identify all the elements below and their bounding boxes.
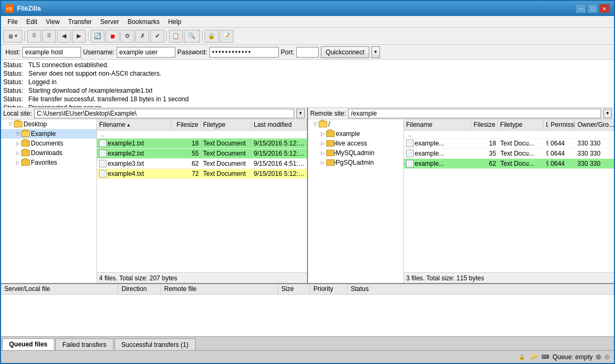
remote-site-label: Remote site:: [310, 110, 346, 117]
toolbar-btn-refresh[interactable]: 🔄: [91, 30, 104, 43]
remote-path-dropdown[interactable]: ▼: [603, 109, 612, 118]
tree-item-downloads[interactable]: ▷ Downloads: [1, 148, 96, 158]
remote-col-filetype[interactable]: Filetype: [498, 119, 544, 130]
expand-remote-example[interactable]: ▷: [319, 130, 326, 137]
expand-desktop[interactable]: ▽: [6, 120, 14, 128]
remote-filelist: Filename Filesize Filetype Last modified…: [404, 119, 614, 283]
remote-col-perms[interactable]: Permissions: [548, 119, 575, 130]
transfer-col-server[interactable]: Server/Local file: [1, 284, 118, 294]
tree-item-mysqladmin[interactable]: ▷ MySQLadmin: [308, 148, 403, 158]
expand-documents[interactable]: ▷: [14, 140, 21, 147]
tab-successful-transfers[interactable]: Successful transfers (1): [115, 338, 196, 350]
toolbar-btn-stop[interactable]: ⏹: [106, 30, 119, 43]
local-col-filetype[interactable]: Filetype: [201, 119, 252, 130]
transfer-col-direction[interactable]: Direction: [118, 284, 161, 294]
toolbar-btn-x3[interactable]: ✔: [150, 30, 164, 43]
local-path-dropdown[interactable]: ▼: [296, 109, 305, 118]
tree-label-live-access: live access: [336, 139, 367, 148]
toolbar-btn-x1[interactable]: ⚙: [120, 30, 134, 43]
file-icon-1: 📄: [99, 140, 107, 147]
local-file-2[interactable]: 📄 example2.txt 55 Text Document 9/15/201…: [97, 149, 307, 159]
local-col-filename[interactable]: Filename▲: [97, 119, 172, 130]
maximize-button[interactable]: □: [587, 4, 598, 13]
username-input[interactable]: [117, 47, 175, 58]
transfer-body: [1, 295, 614, 336]
expand-pgsqladmin[interactable]: ▷: [319, 159, 326, 166]
toolbar-btn-f1[interactable]: 🔍: [184, 30, 200, 43]
tree-item-root[interactable]: ▽ /: [308, 119, 403, 129]
transfer-col-remote[interactable]: Remote file: [161, 284, 278, 294]
local-col-lastmod[interactable]: Last modified: [252, 119, 307, 130]
window-controls: ─ □ ✕: [576, 4, 610, 13]
local-col-filesize[interactable]: Filesize: [172, 119, 201, 130]
sep1: [25, 31, 25, 42]
toolbar-dropdown-btn[interactable]: 🖥 ▼: [3, 30, 22, 43]
port-input[interactable]: [296, 47, 319, 58]
remote-file-3[interactable]: 📄 example... 62 Text Docu... 9/15/2016 5…: [404, 159, 614, 169]
expand-example[interactable]: ▽: [14, 130, 21, 137]
local-file-4[interactable]: 📄 example4.txt 72 Text Document 9/15/201…: [97, 169, 307, 179]
transfer-col-status[interactable]: Status: [347, 284, 614, 294]
toolbar-btn-grid1[interactable]: ⠿: [27, 30, 41, 43]
menu-help[interactable]: Help: [164, 17, 185, 27]
menu-file[interactable]: File: [3, 17, 22, 27]
expand-downloads[interactable]: ▷: [14, 149, 21, 157]
password-input[interactable]: [209, 47, 279, 58]
tree-item-pgsqladmin[interactable]: ▷ PgSQLadmin: [308, 158, 403, 167]
tree-label-favorites: Favorites: [31, 158, 57, 167]
menu-bookmarks[interactable]: Bookmarks: [123, 17, 164, 27]
tab-queued-files[interactable]: Queued files: [2, 338, 54, 350]
remote-file-parent[interactable]: ..: [404, 131, 614, 139]
menu-server[interactable]: Server: [96, 17, 123, 27]
remote-col-owner[interactable]: Owner/Gro...: [575, 119, 614, 130]
tree-item-favorites[interactable]: ▷ Favorites: [1, 158, 96, 167]
tree-item-desktop[interactable]: ▽ Desktop: [1, 119, 96, 129]
tree-label-pgsqladmin: PgSQLadmin: [336, 158, 374, 167]
local-file-parent[interactable]: ..: [97, 131, 307, 139]
tree-item-remote-example[interactable]: ▷ example: [308, 129, 403, 139]
transfer-col-size[interactable]: Size: [278, 284, 310, 294]
toolbar-btn-grid2[interactable]: ⠿: [42, 30, 56, 43]
toolbar-btn-lock[interactable]: 🔒: [205, 30, 219, 43]
tree-item-documents[interactable]: ▷ Documents: [1, 139, 96, 148]
status-line-6: Status: Disconnected from server: [3, 103, 612, 108]
remote-col-lastmod[interactable]: Last modified: [544, 119, 548, 130]
toolbar-btn-log[interactable]: 📝: [220, 30, 233, 43]
tree-item-example[interactable]: ▽ Example: [1, 129, 96, 139]
toolbar-btn-q1[interactable]: 📋: [169, 30, 183, 43]
menu-view[interactable]: View: [42, 17, 64, 27]
toolbar-btn-back[interactable]: ◀: [57, 30, 71, 43]
transfer-col-priority[interactable]: Priority: [310, 284, 347, 294]
local-file-1[interactable]: 📄 example1.txt 18 Text Document 9/15/201…: [97, 139, 307, 149]
toolbar-btn-forward[interactable]: ▶: [72, 30, 86, 43]
menu-edit[interactable]: Edit: [22, 17, 42, 27]
remote-col-filesize[interactable]: Filesize: [471, 119, 498, 130]
local-path-input[interactable]: [34, 109, 294, 118]
expand-mysqladmin[interactable]: ▷: [319, 149, 326, 157]
documents-folder-icon: [21, 140, 30, 147]
status-dot-2: [604, 354, 610, 360]
close-button[interactable]: ✕: [599, 4, 610, 13]
local-filelist-body: .. 📄 example1.txt 18: [97, 131, 307, 272]
host-input[interactable]: [22, 47, 81, 58]
remote-col-filename[interactable]: Filename: [404, 119, 471, 130]
toolbar-btn-x2[interactable]: ✗: [135, 30, 149, 43]
remote-file-2[interactable]: 📄 example... 35 Text Docu... 9/15/2016 5…: [404, 149, 614, 159]
tree-item-live-access[interactable]: ▷ live access: [308, 139, 403, 148]
expand-root[interactable]: ▽: [311, 120, 319, 128]
remote-tree[interactable]: ▽ / ▷ example ▷: [308, 119, 404, 283]
remote-file-1[interactable]: 📄 example... 18 Text Docu... 9/15/2016 5…: [404, 139, 614, 149]
tab-failed-transfers[interactable]: Failed transfers: [55, 338, 114, 350]
local-file-3[interactable]: 📄 example3.txt 62 Text Document 9/15/201…: [97, 159, 307, 169]
toolbar: 🖥 ▼ ⠿ ⠿ ◀ ▶ 🔄 ⏹ ⚙ ✗ ✔ 📋 🔍 🔒 📝: [1, 28, 614, 45]
local-tree[interactable]: ▽ Desktop ▽ Example ▷: [1, 119, 97, 283]
minimize-button[interactable]: ─: [576, 4, 586, 13]
expand-live-access[interactable]: ▷: [319, 140, 326, 147]
password-label: Password:: [177, 48, 207, 56]
dropdown-arrow: ▼: [14, 34, 18, 38]
quickconnect-dropdown-button[interactable]: ▼: [371, 46, 380, 58]
expand-favorites[interactable]: ▷: [14, 159, 21, 166]
quickconnect-button[interactable]: Quickconnect: [321, 46, 369, 58]
remote-path-input[interactable]: [348, 109, 601, 118]
menu-transfer[interactable]: Transfer: [64, 17, 96, 27]
